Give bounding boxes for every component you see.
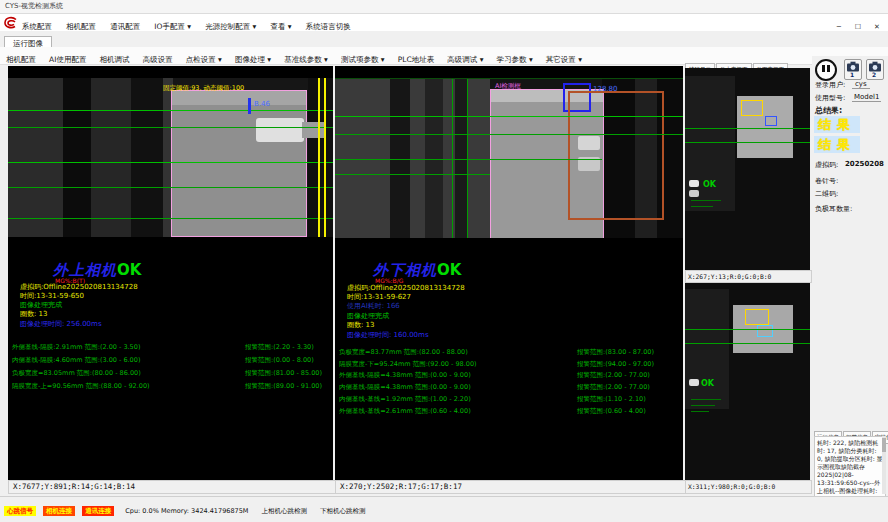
- pause-button[interactable]: [815, 59, 837, 81]
- right-camera-image: AI检测框 128.80: [335, 78, 683, 238]
- lower-camera-heartbeat: 下相机心跳检测: [320, 507, 366, 515]
- comm-connection-badge: 通讯连接: [82, 506, 114, 516]
- side-panel: 1 2 登录用户: cys 使用型号: Model1 总结果: 结果 结果 虚拟…: [812, 56, 888, 496]
- pause-icon: [822, 65, 825, 72]
- camera-1-button[interactable]: 1: [844, 59, 862, 80]
- preview-upper-ok: OK: [703, 180, 716, 189]
- roi-blue-box: [765, 116, 777, 126]
- blue-marker: [248, 98, 251, 114]
- log-text-area[interactable]: 耗时: 222, 缺陷检测耗时: 17, 缺陷分类耗时: 0, 缺陷提取分区耗时…: [814, 436, 886, 498]
- right-camera-view[interactable]: AI检测框 128.80 外下相机OK MG%:B/G 虚拟码:Offline2…: [335, 66, 683, 480]
- result-box-upper: 结果: [814, 116, 860, 133]
- metal-tab-highlight: [689, 180, 699, 187]
- overlay-mark: [691, 200, 721, 201]
- qrcode-label: 二维码:: [815, 189, 838, 199]
- overlay-mark: [691, 206, 713, 207]
- machine-structure: [131, 78, 163, 237]
- measurement-value: 内侧基线-隔膜=4.38mm 范围:(0.00 - 9.00): [339, 383, 471, 392]
- baseline-overlay: [8, 162, 333, 163]
- roi-yellow-box: [741, 100, 763, 116]
- measurement-value: 内侧基线-基线=1.92mm 范围:(1.00 - 2.20): [339, 395, 471, 404]
- left-camera-statusbar: X:7677;Y:891;R:14;G:14;B:14: [8, 480, 337, 494]
- connector-tip: [302, 122, 324, 138]
- measurement-alarm: 报警范围:(1.10 - 2.10): [577, 395, 646, 404]
- connector-part: [256, 118, 304, 142]
- product-region-box: [171, 90, 307, 237]
- model-label: 使用型号:: [815, 93, 845, 103]
- log-scrollbar[interactable]: [882, 436, 886, 494]
- preview-upper-view[interactable]: OK: [685, 68, 810, 270]
- baseline-vertical: [467, 79, 468, 238]
- heartbeat-signal-badge: 心跳信号: [4, 506, 36, 516]
- pause-icon: [827, 65, 830, 72]
- preview-lower-view[interactable]: OK: [685, 283, 810, 480]
- left-camera-view[interactable]: 固定阈值:93, 动态阈值:100 B.46 外上相机OK MG%:B(T) 虚…: [8, 66, 333, 480]
- right-camera-statusbar: X:270;Y:2502;R:17;G:17;B:17: [335, 480, 687, 494]
- overlay-mark: [691, 405, 715, 406]
- right-camera-ok: OK: [437, 261, 461, 279]
- measurement-value: 外侧基线-隔膜=4.38mm 范围:(0.00 - 9.00): [339, 371, 471, 380]
- measurement-value: 负极宽度=83.77mm 范围:(82.00 - 88.00): [339, 348, 468, 357]
- status-bar: 心跳信号 相机连接 通讯连接 Cpu: 0.0% Memory: 3424.41…: [0, 496, 888, 512]
- overlay-mark: [691, 411, 709, 412]
- metal-tab-highlight: [689, 379, 699, 386]
- camera-2-button[interactable]: 2: [866, 59, 884, 80]
- left-camera-proc-time: 图像处理时间: 256.00ms: [20, 319, 102, 329]
- measurement-value: 外侧基线-基线=2.61mm 范围:(0.60 - 4.00): [339, 407, 471, 416]
- measurement-alarm: 报警范围:(81.00 - 85.00): [245, 369, 322, 378]
- tab-row: 运行图像: [0, 31, 888, 48]
- edge-marker-line: [318, 78, 320, 237]
- preview-lower-statusbar: X:311;Y:980;R:0;G:0;B:0: [685, 480, 812, 494]
- measurement-value: 负极宽度=83.05mm 范围:(80.00 - 86.00): [12, 369, 141, 378]
- measurement-alarm: 报警范围:(89.00 - 91.00): [245, 382, 322, 391]
- baseline-overlay: [685, 329, 810, 330]
- baseline-overlay: [8, 218, 333, 219]
- baseline-overlay: [685, 128, 810, 129]
- preview-tabs: 缺陷显示外上内视图外下内视图: [685, 56, 810, 68]
- measurement-value: 外侧基线-隔膜:2.91mm 范围:(2.00 - 3.50): [12, 343, 140, 352]
- threshold-overlay-text: 固定阈值:93, 动态阈值:100: [163, 84, 244, 93]
- cpu-memory-text: Cpu: 0.0% Memory: 3424.41796875M: [125, 507, 248, 515]
- machine-structure: [308, 78, 333, 237]
- result-box-lower: 结果: [814, 136, 860, 153]
- left-camera-ok: OK: [117, 261, 141, 279]
- title-bar: CYS-视觉检测系统: [0, 0, 888, 14]
- measurement-alarm: 报警范围:(0.00 - 8.00): [245, 356, 314, 365]
- login-user-value: cys: [852, 80, 870, 89]
- right-camera-proc-time: 图像处理时间: 160.00ms: [347, 330, 429, 340]
- right-camera-loop-count: 圈数: 13: [347, 320, 375, 330]
- roi-orange-box: [568, 91, 664, 220]
- log-scrollbar-thumb[interactable]: [882, 438, 886, 452]
- measurement-alarm: 报警范围:(2.00 - 77.00): [577, 383, 650, 392]
- roi-cyan-box: [757, 325, 773, 337]
- pin-number-label: 卷针号:: [815, 176, 838, 186]
- ai-box-label: AI检测框: [495, 82, 521, 91]
- baseline-overlay: [335, 159, 602, 160]
- baseline-overlay: [8, 187, 333, 188]
- baseline-overlay: [685, 142, 810, 143]
- camera-1-number: 1: [850, 71, 854, 78]
- machine-structure: [63, 78, 91, 237]
- virtual-code-label: 虚拟码:: [815, 160, 838, 170]
- camera-connection-badge: 相机连接: [43, 506, 75, 516]
- baseline-overlay: [335, 134, 683, 135]
- preview-lower-ok: OK: [701, 379, 714, 388]
- measurement-value: 隔膜宽度-下=95.24mm 范围:(92.00 - 98.00): [339, 360, 477, 369]
- virtual-code-value: 20250208: [845, 160, 884, 168]
- measurement-alarm: 报警范围:(2.20 - 3.30): [245, 343, 314, 352]
- measurement-alarm: 报警范围:(83.00 - 87.00): [577, 348, 654, 357]
- preview-upper-statusbar: X:267;Y:13;R:0;G:0;B:0: [685, 270, 812, 283]
- menu-bar: 系统配置 相机配置 通讯配置 IO手配置 ▾ 光源控制配置 ▾ 查看 ▾ 系统语…: [0, 14, 888, 32]
- app-window: CYS-视觉检测系统 系统配置 相机配置 通讯配置 IO手配置 ▾ 光源控制配置…: [0, 0, 888, 522]
- right-camera-ai-time: 使用AI耗时: 166: [347, 301, 400, 311]
- baseline-overlay: [8, 127, 333, 128]
- baseline-overlay: [8, 110, 333, 111]
- roi-yellow-box: [745, 309, 769, 325]
- measurement-alarm: 报警范围:(0.60 - 4.00): [577, 407, 646, 416]
- machine-structure: [91, 78, 131, 237]
- left-camera-image: 固定阈值:93, 动态阈值:100 B.46: [8, 78, 333, 237]
- metal-tab-highlight: [689, 190, 699, 197]
- left-camera-loop-count: 圈数: 13: [20, 309, 48, 319]
- total-result-label: 总结果:: [815, 105, 842, 116]
- overlay-mark: [691, 399, 721, 400]
